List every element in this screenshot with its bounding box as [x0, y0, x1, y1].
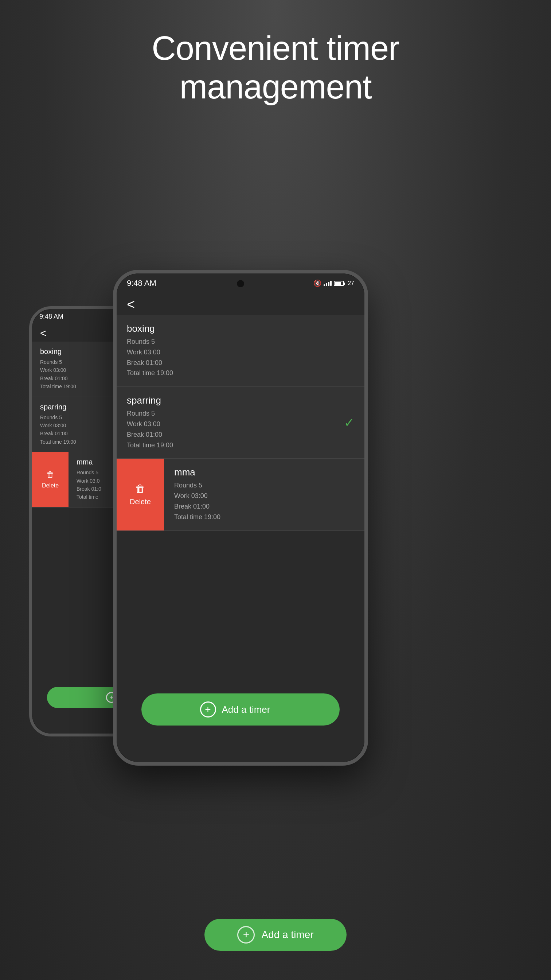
timer-break: Break 01:00	[40, 375, 68, 381]
timer-name: sparring	[127, 395, 338, 406]
timer-details: Rounds 5 Work 03:00 Break 01:00 Total ti…	[127, 337, 354, 379]
timer-item-boxing: boxing Rounds 5 Work 03:00 Break 01:00 T…	[127, 323, 354, 379]
front-camera-hole	[237, 280, 244, 287]
timer-work: Work 03:00	[40, 367, 66, 373]
signal-icon	[324, 281, 332, 286]
timer-break: Break 01:00	[40, 431, 68, 436]
mute-icon: 🔇	[313, 279, 321, 287]
front-status-time: 9:48 AM	[127, 278, 156, 288]
timer-total: Total time 19:00	[174, 513, 221, 520]
battery-percent: 27	[348, 280, 354, 286]
timer-rounds: Rounds 5	[174, 482, 202, 489]
front-phone-screen: 9:48 AM 🔇 27 < boxing	[117, 274, 364, 762]
timer-work: Work 03:00	[174, 492, 208, 500]
timer-break: Break 01:00	[174, 503, 210, 510]
back-btn-front[interactable]: <	[117, 291, 364, 315]
timer-work: Work 03:00	[127, 348, 160, 356]
timer-total: Total time	[76, 494, 98, 500]
plus-circle-icon: +	[237, 926, 255, 943]
timer-total: Total time 19:00	[127, 442, 173, 449]
back-arrow-label: <	[40, 327, 47, 339]
timer-details: Rounds 5 Work 03:00 Break 01:00 Total ti…	[174, 480, 354, 522]
back-status-time: 9:48 AM	[40, 313, 64, 320]
add-timer-button[interactable]: + Add a timer	[141, 694, 340, 725]
battery-icon	[334, 281, 344, 286]
selected-check-icon: ✓	[344, 415, 354, 430]
header-line1: Convenient timer	[152, 30, 399, 67]
delete-label: Delete	[130, 498, 151, 506]
timer-total: Total time 19:00	[40, 383, 76, 390]
timer-item-sparring: sparring Rounds 5 Work 03:00 Break 01:00…	[127, 395, 338, 450]
delete-button[interactable]: 🗑 Delete	[32, 452, 68, 507]
timer-name: boxing	[127, 323, 354, 334]
timer-item-mma[interactable]: mma Rounds 5 Work 03:00 Break 01:00 Tota…	[164, 459, 364, 530]
page-bottom-add-label: Add a timer	[261, 929, 313, 940]
list-item[interactable]: sparring Rounds 5 Work 03:00 Break 01:00…	[117, 387, 364, 459]
page-bottom-add-btn[interactable]: + Add a timer	[205, 919, 346, 951]
delete-button[interactable]: 🗑 Delete	[117, 459, 164, 530]
timer-work: Work 03:00	[40, 423, 66, 428]
trash-icon: 🗑	[46, 470, 54, 479]
delete-label: Delete	[42, 482, 59, 489]
front-status-icons: 🔇 27	[313, 279, 354, 287]
add-timer-label: Add a timer	[222, 704, 270, 715]
header-line2: management	[179, 68, 372, 105]
timer-rounds: Rounds 5	[127, 410, 155, 417]
timer-work: Work 03:00	[127, 420, 160, 428]
phone-front: 9:48 AM 🔇 27 < boxing	[113, 270, 368, 765]
list-item[interactable]: boxing Rounds 5 Work 03:00 Break 01:00 T…	[117, 315, 364, 387]
list-item-swipe[interactable]: 🗑 Delete mma Rounds 5 Work 03:00 Break 0…	[117, 459, 364, 530]
timer-total: Total time 19:00	[127, 369, 173, 377]
timer-break: Break 01:00	[127, 431, 162, 438]
timer-break: Break 01:0	[76, 486, 101, 492]
back-arrow-label: <	[127, 297, 135, 312]
timer-details: Rounds 5 Work 03:00 Break 01:00 Total ti…	[127, 408, 338, 450]
timer-item-content: mma Rounds 5 Work 03:00 Break 01:00 Tota…	[174, 467, 354, 522]
timer-rounds: Rounds 5	[40, 415, 62, 420]
timer-break: Break 01:00	[127, 359, 162, 366]
timer-rounds: Rounds 5	[76, 469, 98, 476]
timer-name: mma	[174, 467, 354, 478]
timer-total: Total time 19:00	[40, 439, 76, 445]
timer-work: Work 03:0	[76, 478, 100, 484]
header-title: Convenient timer management	[0, 29, 551, 107]
timer-rounds: Rounds 5	[40, 359, 62, 365]
timer-rounds: Rounds 5	[127, 338, 155, 345]
trash-icon: 🗑	[135, 483, 145, 495]
plus-circle-icon: +	[200, 702, 216, 718]
